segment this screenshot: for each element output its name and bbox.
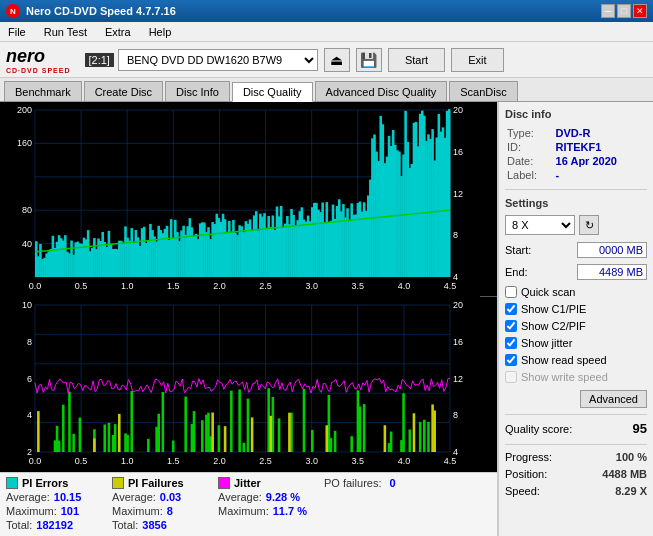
show-jitter-label: Show jitter	[521, 337, 572, 349]
start-label: Start:	[505, 244, 531, 256]
maximize-button[interactable]: □	[617, 4, 631, 18]
nero-subtitle: CD·DVD SPEED	[6, 67, 71, 74]
app-title: Nero CD-DVD Speed 4.7.7.16	[26, 5, 176, 17]
pi-failures-average: 0.03	[160, 491, 181, 503]
pi-errors-average: 10.15	[54, 491, 82, 503]
disc-info-table: Type: DVD-R ID: RITEKF1 Date: 16 Apr 202…	[505, 126, 647, 182]
menu-help[interactable]: Help	[145, 25, 176, 39]
jitter-label: Jitter	[234, 477, 261, 489]
main-content: PI Errors Average: 10.15 Maximum: 101 To…	[0, 102, 653, 536]
date-value: 16 Apr 2020	[554, 154, 647, 168]
disc-info-title: Disc info	[505, 108, 647, 120]
type-label: Type:	[505, 126, 554, 140]
settings-title: Settings	[505, 197, 647, 209]
menu-extra[interactable]: Extra	[101, 25, 135, 39]
pi-errors-maximum: 101	[61, 505, 79, 517]
disc-label-value: -	[554, 168, 647, 182]
advanced-button[interactable]: Advanced	[580, 390, 647, 408]
divider-1	[505, 189, 647, 190]
type-value: DVD-R	[554, 126, 647, 140]
disc-label-label: Label:	[505, 168, 554, 182]
end-input[interactable]	[577, 264, 647, 280]
tab-scan-disc[interactable]: ScanDisc	[449, 81, 517, 101]
show-jitter-checkbox[interactable]	[505, 337, 517, 349]
show-jitter-row: Show jitter	[505, 337, 647, 349]
quick-scan-label: Quick scan	[521, 286, 575, 298]
speed-row: 8 X Max 1 X 2 X 4 X 16 X ↻	[505, 215, 647, 235]
nero-wordmark: nero	[6, 46, 45, 67]
refresh-button[interactable]: ↻	[579, 215, 599, 235]
jitter-maximum: 11.7 %	[273, 505, 307, 517]
start-row: Start:	[505, 242, 647, 258]
quality-score-label: Quality score:	[505, 423, 572, 435]
tab-disc-quality[interactable]: Disc Quality	[232, 82, 313, 102]
show-read-speed-label: Show read speed	[521, 354, 607, 366]
show-read-speed-checkbox[interactable]	[505, 354, 517, 366]
show-c2-label: Show C2/PIF	[521, 320, 586, 332]
quick-scan-row: Quick scan	[505, 286, 647, 298]
id-value: RITEKF1	[554, 140, 647, 154]
po-failures-value: 0	[389, 477, 395, 489]
exit-button[interactable]: Exit	[451, 48, 503, 72]
menubar: File Run Test Extra Help	[0, 22, 653, 42]
quality-score-row: Quality score: 95	[505, 421, 647, 436]
speed-dropdown[interactable]: 8 X Max 1 X 2 X 4 X 16 X	[505, 215, 575, 235]
tab-disc-info[interactable]: Disc Info	[165, 81, 230, 101]
pi-failures-maximum: 8	[167, 505, 173, 517]
save-button[interactable]: 💾	[356, 48, 382, 72]
progress-row: Progress: 100 %	[505, 451, 647, 463]
pi-failures-color	[112, 477, 124, 489]
top-chart	[0, 102, 497, 297]
jitter-stat: Jitter Average: 9.28 % Maximum: 11.7 %	[218, 477, 308, 517]
app-icon: N	[6, 4, 20, 18]
tab-advanced-disc-quality[interactable]: Advanced Disc Quality	[315, 81, 448, 101]
start-button[interactable]: Start	[388, 48, 445, 72]
close-button[interactable]: ✕	[633, 4, 647, 18]
po-failures-stat: PO failures: 0	[324, 477, 396, 489]
progress-label: Progress:	[505, 451, 552, 463]
menu-run-test[interactable]: Run Test	[40, 25, 91, 39]
jitter-average: 9.28 %	[266, 491, 300, 503]
tabs-bar: Benchmark Create Disc Disc Info Disc Qua…	[0, 78, 653, 102]
tab-benchmark[interactable]: Benchmark	[4, 81, 82, 101]
speed-row-2: Speed: 8.29 X	[505, 485, 647, 497]
toolbar: nero CD·DVD SPEED [2:1] BENQ DVD DD DW16…	[0, 42, 653, 78]
pi-errors-stat: PI Errors Average: 10.15 Maximum: 101 To…	[6, 477, 96, 531]
end-label: End:	[505, 266, 528, 278]
divider-2	[505, 414, 647, 415]
pi-failures-total: 3856	[142, 519, 166, 531]
tab-create-disc[interactable]: Create Disc	[84, 81, 163, 101]
titlebar-left: N Nero CD-DVD Speed 4.7.7.16	[6, 4, 176, 18]
drive-selector: [2:1] BENQ DVD DD DW1620 B7W9	[85, 49, 318, 71]
speed-value-2: 8.29 X	[615, 485, 647, 497]
show-c2-row: Show C2/PIF	[505, 320, 647, 332]
id-label: ID:	[505, 140, 554, 154]
position-row: Position: 4488 MB	[505, 468, 647, 480]
stats-area: PI Errors Average: 10.15 Maximum: 101 To…	[0, 472, 497, 536]
quality-score-value: 95	[633, 421, 647, 436]
progress-value: 100 %	[616, 451, 647, 463]
bottom-chart	[0, 297, 497, 472]
start-input[interactable]	[577, 242, 647, 258]
quick-scan-checkbox[interactable]	[505, 286, 517, 298]
date-label: Date:	[505, 154, 554, 168]
pi-errors-label: PI Errors	[22, 477, 68, 489]
show-write-speed-checkbox	[505, 371, 517, 383]
jitter-color	[218, 477, 230, 489]
show-c1-checkbox[interactable]	[505, 303, 517, 315]
po-failures-label: PO failures:	[324, 477, 381, 489]
titlebar-controls: ─ □ ✕	[601, 4, 647, 18]
pi-failures-label: PI Failures	[128, 477, 184, 489]
eject-button[interactable]: ⏏	[324, 48, 350, 72]
menu-file[interactable]: File	[4, 25, 30, 39]
show-c2-checkbox[interactable]	[505, 320, 517, 332]
divider-3	[505, 444, 647, 445]
show-read-speed-row: Show read speed	[505, 354, 647, 366]
show-c1-label: Show C1/PIE	[521, 303, 586, 315]
show-write-speed-row: Show write speed	[505, 371, 647, 383]
pi-errors-total: 182192	[36, 519, 73, 531]
minimize-button[interactable]: ─	[601, 4, 615, 18]
drive-dropdown[interactable]: BENQ DVD DD DW1620 B7W9	[118, 49, 318, 71]
drive-index-label: [2:1]	[85, 53, 114, 67]
titlebar: N Nero CD-DVD Speed 4.7.7.16 ─ □ ✕	[0, 0, 653, 22]
